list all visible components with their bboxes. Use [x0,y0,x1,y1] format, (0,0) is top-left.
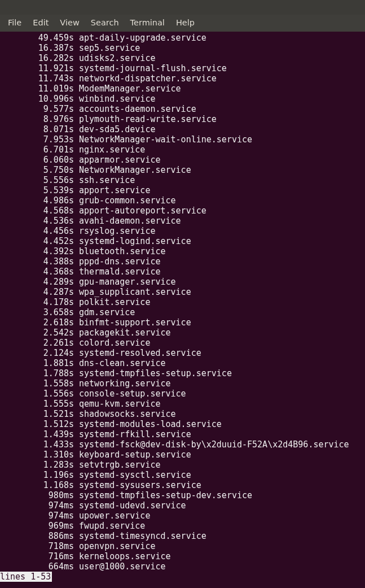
service-row: 974mssystemd-udevd.service [0,500,365,511]
service-row: 1.433ssystemd-fsck@dev-disk-by\x2duuid-F… [0,439,365,450]
service-row: 5.556sssh.service [0,175,365,185]
service-time: 11.921s [0,63,79,73]
service-time: 10.996s [0,94,79,104]
service-name: apt-daily-upgrade.service [79,33,206,43]
service-time: 1.433s [0,439,79,450]
service-time: 49.459s [0,33,79,43]
service-row: 16.387ssep5.service [0,43,365,53]
service-time: 2.124s [0,348,79,358]
service-row: 11.019sModemManager.service [0,84,365,94]
service-name: winbind.service [79,94,155,104]
service-name: avahi-daemon.service [79,216,181,226]
service-time: 2.618s [0,317,79,328]
service-time: 11.743s [0,73,79,84]
menu-view[interactable]: View [54,16,85,29]
service-time: 1.788s [0,368,79,378]
service-name: kerneloops.service [79,551,171,561]
service-row: 1.168ssystemd-sysusers.service [0,480,365,490]
service-name: polkit.service [79,297,150,307]
service-row: 8.976splymouth-read-write.service [0,114,365,124]
service-row: 2.261scolord.service [0,338,365,348]
service-name: systemd-fsck@dev-disk-by\x2duuid-F52A\x2… [79,439,349,450]
service-time: 1.439s [0,429,79,439]
service-name: apport.service [79,185,150,195]
service-name: systemd-tmpfiles-setup.service [79,368,232,378]
service-name: systemd-modules-load.service [79,419,222,429]
service-row: 10.996swinbind.service [0,94,365,104]
service-time: 718ms [0,541,79,551]
service-row: 4.456srsyslog.service [0,226,365,236]
service-row: 9.577saccounts-daemon.service [0,104,365,114]
service-name: colord.service [79,338,150,348]
service-row: 2.542spackagekit.service [0,328,365,338]
service-name: user@1000.service [79,561,166,572]
service-name: nginx.service [79,145,145,155]
service-time: 4.452s [0,236,79,246]
service-time: 1.555s [0,399,79,409]
service-row: 1.881sdns-clean.service [0,358,365,368]
service-row: 969msfwupd.service [0,521,365,531]
service-time: 4.287s [0,287,79,297]
menu-search[interactable]: Search [85,16,125,29]
service-time: 3.658s [0,307,79,317]
service-row: 1.283ssetvtrgb.service [0,460,365,470]
service-time: 1.310s [0,450,79,460]
service-name: thermald.service [79,267,161,277]
service-row: 4.452ssystemd-logind.service [0,236,365,246]
service-row: 718msopenvpn.service [0,541,365,551]
service-name: gpu-manager.service [79,277,176,287]
service-row: 11.743snetworkd-dispatcher.service [0,73,365,84]
service-time: 4.986s [0,195,79,206]
service-time: 5.539s [0,185,79,195]
service-time: 974ms [0,500,79,511]
service-name: openvpn.service [79,541,155,551]
service-row: 1.310skeyboard-setup.service [0,450,365,460]
service-name: networkd-dispatcher.service [79,73,217,84]
service-name: console-setup.service [79,389,186,399]
service-time: 716ms [0,551,79,561]
terminal-output[interactable]: 49.459sapt-daily-upgrade.service16.387ss… [0,32,365,582]
service-row: 5.539sapport.service [0,185,365,195]
service-row: 6.060sapparmor.service [0,155,365,165]
service-name: shadowsocks.service [79,409,176,419]
service-row: 4.289sgpu-manager.service [0,277,365,287]
service-time: 2.261s [0,338,79,348]
service-name: systemd-timesyncd.service [79,531,206,541]
service-time: 4.289s [0,277,79,287]
service-time: 16.387s [0,43,79,53]
menu-terminal[interactable]: Terminal [125,16,170,29]
service-name: systemd-sysusers.service [79,480,201,490]
service-name: ModemManager.service [79,84,181,94]
service-time: 2.542s [0,328,79,338]
menu-edit[interactable]: Edit [27,16,54,29]
service-time: 4.568s [0,206,79,216]
service-row: 6.701snginx.service [0,145,365,155]
service-row: 1.555sqemu-kvm.service [0,399,365,409]
service-name: NetworkManager-wait-online.service [79,134,252,145]
service-row: 1.512ssystemd-modules-load.service [0,419,365,429]
service-name: udisks2.service [79,53,155,63]
menubar: File Edit View Search Terminal Help [0,15,365,32]
menu-help[interactable]: Help [170,16,200,29]
service-row: 3.658sgdm.service [0,307,365,317]
service-time: 5.556s [0,175,79,185]
service-time: 1.521s [0,409,79,419]
service-row: 886mssystemd-timesyncd.service [0,531,365,541]
service-name: gdm.service [79,307,135,317]
service-row: 1.521sshadowsocks.service [0,409,365,419]
service-time: 1.512s [0,419,79,429]
service-name: qemu-kvm.service [79,399,161,409]
service-row: 4.568sapport-autoreport.service [0,206,365,216]
service-time: 886ms [0,531,79,541]
service-name: upower.service [79,511,150,521]
pager-status: lines 1-53 [0,572,52,582]
service-time: 8.071s [0,124,79,134]
service-time: 1.558s [0,378,79,389]
service-time: 4.392s [0,246,79,256]
service-name: systemd-resolved.service [79,348,201,358]
service-name: packagekit.service [79,328,171,338]
service-time: 1.283s [0,460,79,470]
service-time: 1.556s [0,389,79,399]
menu-file[interactable]: File [2,16,27,29]
service-name: dev-sda5.device [79,124,155,134]
